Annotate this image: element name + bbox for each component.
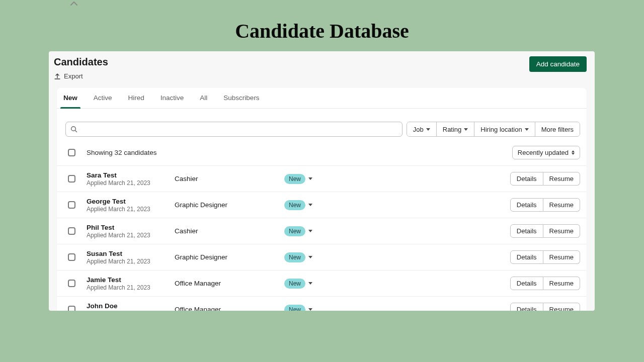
header: Candidates Export Add candidate (49, 51, 595, 83)
status-badge: New (284, 279, 305, 289)
tab-active[interactable]: Active (94, 88, 112, 108)
job-title: Cashier (175, 175, 284, 183)
details-button[interactable]: Details (510, 198, 543, 212)
filter-job-label: Job (413, 126, 424, 133)
row-checkbox[interactable] (68, 253, 75, 261)
caret-down-icon[interactable] (308, 177, 312, 180)
resume-button[interactable]: Resume (543, 303, 580, 311)
caret-down-icon[interactable] (308, 308, 312, 311)
details-button[interactable]: Details (510, 303, 543, 311)
candidate-name: Jamie Test (87, 276, 175, 284)
filter-more-label: More filters (541, 126, 574, 133)
filter-group: Job Rating Hiring location More filters (407, 122, 580, 137)
row-checkbox[interactable] (68, 306, 75, 311)
applied-date: Applied March 21, 2023 (87, 206, 175, 213)
caret-down-icon (426, 128, 430, 131)
candidate-rows: Sara TestApplied March 21, 2023CashierNe… (57, 165, 587, 311)
job-title: Graphic Designer (175, 253, 284, 261)
chevron-up-icon (70, 1, 77, 6)
status-badge: New (284, 174, 305, 184)
row-checkbox[interactable] (68, 280, 75, 287)
job-title: Graphic Designer (175, 201, 284, 209)
candidate-name: George Test (87, 198, 175, 205)
applied-date: Applied March 21, 2023 (87, 258, 175, 265)
tab-inactive[interactable]: Inactive (160, 88, 184, 108)
status-badge: New (284, 200, 305, 210)
toolbar: Job Rating Hiring location More filters (57, 109, 587, 144)
filter-hiring-location[interactable]: Hiring location (474, 122, 535, 136)
filter-job[interactable]: Job (407, 122, 437, 136)
caret-down-icon[interactable] (308, 256, 312, 258)
showing-count: Showing 32 candidates (87, 149, 157, 156)
caret-down-icon (464, 128, 468, 131)
filter-rating[interactable]: Rating (437, 122, 475, 136)
details-button[interactable]: Details (510, 277, 543, 290)
add-candidate-button[interactable]: Add candidate (529, 56, 587, 72)
candidate-name: Susan Test (87, 250, 175, 257)
tab-hired[interactable]: Hired (128, 88, 144, 108)
sort-icon (572, 150, 575, 155)
caret-down-icon[interactable] (308, 204, 312, 206)
svg-line-1 (75, 130, 76, 132)
tab-new[interactable]: New (63, 88, 77, 108)
resume-button[interactable]: Resume (543, 172, 580, 186)
row-checkbox[interactable] (68, 227, 75, 235)
table-row: Phil TestApplied March 21, 2023CashierNe… (57, 218, 587, 244)
export-label: Export (64, 72, 83, 80)
row-checkbox[interactable] (68, 201, 75, 209)
sort-button[interactable]: Recently updated (512, 146, 580, 159)
status-badge: New (284, 252, 305, 262)
table-row: Jamie TestApplied March 21, 2023Office M… (57, 270, 587, 296)
resume-button[interactable]: Resume (543, 198, 580, 212)
applied-date: Applied March 21, 2023 (87, 232, 175, 239)
caret-down-icon (525, 128, 529, 131)
tabs: NewActiveHiredInactiveAllSubscribers (57, 88, 587, 109)
resume-button[interactable]: Resume (543, 224, 580, 238)
app-window: Candidates Export Add candidate NewActiv… (49, 51, 595, 311)
status-badge: New (284, 226, 305, 236)
caret-down-icon[interactable] (308, 282, 312, 285)
meta-row: Showing 32 candidates Recently updated (57, 144, 587, 165)
table-row: Susan TestApplied March 21, 2023Graphic … (57, 244, 587, 270)
resume-button[interactable]: Resume (543, 250, 580, 264)
sort-label: Recently updated (518, 149, 569, 156)
page-title: Candidate Database (0, 0, 644, 43)
upload-icon (54, 73, 61, 80)
details-button[interactable]: Details (510, 224, 543, 238)
table-row: Sara TestApplied March 21, 2023CashierNe… (57, 165, 587, 192)
select-all-checkbox[interactable] (68, 149, 75, 156)
details-button[interactable]: Details (510, 250, 543, 264)
caret-down-icon[interactable] (308, 230, 312, 232)
row-checkbox[interactable] (68, 175, 75, 183)
filter-rating-label: Rating (443, 126, 462, 133)
search-icon (70, 126, 77, 133)
applied-date: Applied March 21, 2023 (87, 284, 175, 291)
main-card: NewActiveHiredInactiveAllSubscribers Job… (57, 88, 587, 311)
table-row: George TestApplied March 21, 2023Graphic… (57, 192, 587, 218)
filter-more[interactable]: More filters (535, 122, 580, 136)
tab-all[interactable]: All (200, 88, 207, 108)
search-input[interactable] (65, 122, 403, 137)
filter-hiring-location-label: Hiring location (480, 126, 522, 133)
job-title: Office Manager (175, 280, 284, 287)
tab-subscribers[interactable]: Subscribers (223, 88, 259, 108)
candidate-name: Phil Test (87, 224, 175, 231)
resume-button[interactable]: Resume (543, 277, 580, 290)
job-title: Cashier (175, 227, 284, 235)
applied-date: Applied March 21, 2023 (87, 310, 175, 311)
applied-date: Applied March 21, 2023 (87, 179, 175, 187)
status-badge: New (284, 305, 305, 311)
candidate-name: John Doe (87, 302, 175, 310)
export-button[interactable]: Export (54, 71, 108, 81)
table-row: John DoeApplied March 21, 2023Office Man… (57, 296, 587, 311)
details-button[interactable]: Details (510, 172, 543, 186)
header-title: Candidates (54, 56, 108, 68)
candidate-name: Sara Test (87, 171, 175, 179)
job-title: Office Manager (175, 306, 284, 311)
